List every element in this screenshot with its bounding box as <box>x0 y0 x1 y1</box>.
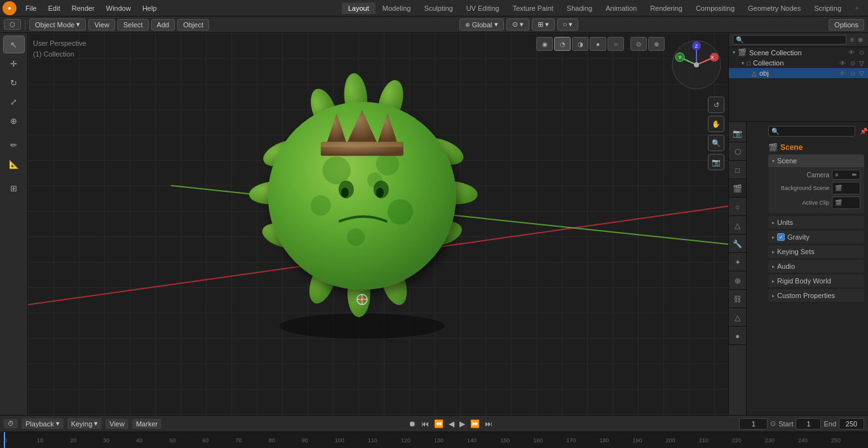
play-btn[interactable]: ▶ <box>458 419 466 428</box>
prop-tab-modifiers[interactable]: 🔧 <box>729 235 747 253</box>
prop-tab-physics[interactable]: ⊕ <box>729 272 747 290</box>
move-tool[interactable]: ✛ <box>3 55 25 72</box>
outliner-hide-render-icon[interactable]: ⊙ <box>859 49 864 56</box>
ws-tab-rendering[interactable]: Rendering <box>644 3 689 14</box>
nav-gizmo[interactable]: X Y Z <box>671 39 722 90</box>
outliner-obj-vis-icon[interactable]: 👁 <box>839 70 846 77</box>
outliner-new-btn[interactable]: ⊕ <box>857 35 864 44</box>
prop-tab-output[interactable]: ⬡ <box>729 143 747 161</box>
viewport-camera-icon[interactable]: 📷 <box>708 154 724 170</box>
viewport-zoom-icon[interactable]: 🔍 <box>708 135 724 151</box>
annotate-tool[interactable]: ✏ <box>3 136 25 154</box>
rigid-body-header[interactable]: ▸ Rigid Body World <box>768 275 864 287</box>
ws-tab-compositing[interactable]: Compositing <box>689 3 741 14</box>
start-frame-input[interactable] <box>796 418 821 430</box>
active-clip-field[interactable]: 🎬 <box>832 196 860 209</box>
timeline-playhead[interactable] <box>4 432 5 448</box>
record-btn[interactable]: ⏺ <box>407 419 417 428</box>
outliner-col-filter-icon[interactable]: ▽ <box>859 60 864 67</box>
gravity-section-header[interactable]: ▸ ✓ Gravity <box>768 231 864 243</box>
prop-tab-data[interactable]: △ <box>729 309 747 327</box>
ws-tab-sculpting[interactable]: Sculpting <box>417 3 459 14</box>
viewport-rotate-icon[interactable]: ↺ <box>708 97 724 113</box>
snap-btn[interactable]: ⊞ ▾ <box>532 18 555 31</box>
marker-label[interactable]: Marker <box>132 419 161 429</box>
jump-start-btn[interactable]: ⏮ <box>420 419 430 428</box>
prop-tab-scene[interactable]: 🎬 <box>729 180 747 198</box>
ws-tab-geo[interactable]: Geometry Nodes <box>742 3 807 14</box>
audio-section-header[interactable]: ▸ Audio <box>768 260 864 273</box>
timeline-editor-type[interactable]: ⏱ <box>4 419 18 428</box>
shading-solid-btn[interactable]: ◔ <box>554 37 571 51</box>
pivot-point[interactable]: ⊙ ▾ <box>506 18 529 31</box>
custom-props-header[interactable]: ▸ Custom Properties <box>768 289 864 302</box>
outliner-filter-btn[interactable]: ≡ <box>849 35 855 44</box>
current-frame-input[interactable] <box>739 418 768 430</box>
step-fwd-btn[interactable]: ⏩ <box>469 419 481 428</box>
transform-orientations[interactable]: ⊕ Global ▾ <box>459 18 504 31</box>
outliner-col-render-icon[interactable]: ⊙ <box>850 60 855 67</box>
gravity-checkbox[interactable]: ✓ <box>777 233 785 241</box>
add-menu[interactable]: Add <box>151 19 175 31</box>
outliner-collection[interactable]: ▾ □ Collection 👁 ⊙ ▽ <box>729 58 868 68</box>
select-menu[interactable]: Select <box>118 19 149 31</box>
ws-tab-shading[interactable]: Shading <box>560 3 599 14</box>
keying-label[interactable]: Keying ▾ <box>67 418 102 429</box>
frame-sync-btn[interactable]: ⊙ <box>770 419 776 428</box>
transform-tool[interactable]: ⊕ <box>3 112 25 130</box>
outliner-hide-viewport-icon[interactable]: 👁 <box>848 49 855 56</box>
camera-edit-icon[interactable]: ✏ <box>852 172 857 178</box>
view-menu[interactable]: View <box>88 19 115 31</box>
properties-search[interactable] <box>768 126 855 137</box>
outliner-search[interactable] <box>733 35 846 44</box>
prop-tab-render[interactable]: 📷 <box>729 125 747 142</box>
ws-tab-modeling[interactable]: Modeling <box>376 3 417 14</box>
outliner-scene-collection[interactable]: ▾ 🎬 Scene Collection 👁 ⊙ <box>729 47 868 58</box>
outliner-obj[interactable]: △ obj 👁 ⊙ ▽ <box>729 68 868 78</box>
overlay-btn[interactable]: ⊙ <box>630 37 647 51</box>
prop-tab-world[interactable]: ○ <box>729 198 747 216</box>
ws-tab-animation[interactable]: Animation <box>599 3 643 14</box>
scale-tool[interactable]: ⤢ <box>3 93 25 111</box>
end-frame-input[interactable] <box>839 418 864 430</box>
viewport-canvas[interactable]: User Perspective (1) Collection ◉ ◔ ◑ ● … <box>28 33 728 415</box>
scene-section-header[interactable]: ▾ Scene <box>768 154 864 167</box>
gizmo-btn[interactable]: ⊕ <box>648 37 665 51</box>
object-menu[interactable]: Object <box>177 19 209 31</box>
properties-pin-btn[interactable]: 📌 <box>857 126 868 136</box>
viewport-move-icon[interactable]: ✋ <box>708 116 724 132</box>
options-btn[interactable]: Options <box>829 19 864 31</box>
menu-render[interactable]: Render <box>67 3 100 13</box>
keying-sets-header[interactable]: ▸ Keying Sets <box>768 245 864 258</box>
menu-file[interactable]: File <box>20 3 42 13</box>
prop-tab-object[interactable]: △ <box>729 217 747 234</box>
ws-tab-uv[interactable]: UV Editing <box>460 3 506 14</box>
rotate-tool[interactable]: ↻ <box>3 74 25 92</box>
proportional-edit[interactable]: ○ ▾ <box>557 18 579 31</box>
shading-material-btn[interactable]: ◑ <box>572 37 588 51</box>
outliner-obj-render-icon[interactable]: ⊙ <box>850 70 855 77</box>
step-back-btn[interactable]: ⏪ <box>433 419 445 428</box>
prop-tab-view-layer[interactable]: □ <box>729 161 747 179</box>
mode-selector[interactable]: Object Mode ▾ <box>29 18 86 31</box>
menu-edit[interactable]: Edit <box>43 3 65 13</box>
ws-tab-scripting[interactable]: Scripting <box>808 3 848 14</box>
ws-add-tab[interactable]: ＋ <box>848 1 865 15</box>
shading-rendered-btn[interactable]: ● <box>590 37 606 51</box>
ws-tab-texture[interactable]: Texture Paint <box>506 3 560 14</box>
menu-window[interactable]: Window <box>101 3 136 13</box>
display-mode-btn[interactable]: ◉ <box>536 37 553 51</box>
menu-help[interactable]: Help <box>137 3 162 13</box>
cursor-tool[interactable]: ↖ <box>3 36 25 53</box>
view-label[interactable]: View <box>105 419 128 429</box>
outliner-obj-filter-icon[interactable]: ▽ <box>859 70 864 77</box>
shading-wire-btn[interactable]: ○ <box>607 37 624 51</box>
units-section-header[interactable]: ▸ Units <box>768 216 864 229</box>
editor-type-btn[interactable]: ⬡ <box>4 19 21 30</box>
prop-tab-material[interactable]: ● <box>729 327 747 345</box>
jump-end-btn[interactable]: ⏭ <box>484 419 494 428</box>
measure-tool[interactable]: 📐 <box>3 155 25 173</box>
background-scene-field[interactable]: 🎬 <box>832 182 860 194</box>
play-reverse-btn[interactable]: ◀ <box>447 419 456 428</box>
prop-tab-constraints[interactable]: ⛓ <box>729 290 747 308</box>
